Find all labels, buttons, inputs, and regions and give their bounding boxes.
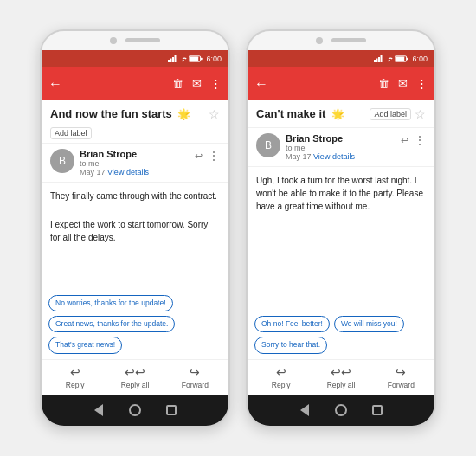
smart-reply-1-0[interactable]: No worries, thanks for the update! — [48, 295, 173, 311]
toolbar-1: ← 🗑 ✉ ⋮ — [42, 67, 228, 100]
phone-2: 6:00 ← 🗑 ✉ ⋮ Can't make it 🌟 — [246, 29, 436, 427]
nav-back-btn-2[interactable] — [299, 404, 311, 416]
mail-icon-1[interactable]: ✉ — [192, 77, 202, 90]
svg-rect-8 — [374, 60, 376, 62]
svg-rect-10 — [378, 57, 380, 62]
more-icon-2[interactable]: ⋮ — [416, 77, 428, 90]
smart-reply-2-2[interactable]: Sorry to hear that. — [254, 337, 327, 353]
sender-date-1: May 17 View details — [80, 168, 190, 177]
email-body-2: Ugh, I took a turn for the worst last ni… — [248, 167, 434, 311]
phone-1-top-bar — [42, 31, 228, 50]
add-label-btn-1[interactable]: Add label — [50, 127, 92, 139]
status-bar-1: 6:00 — [42, 50, 228, 67]
add-label-btn-2[interactable]: Add label — [370, 108, 411, 120]
svg-rect-3 — [175, 55, 177, 62]
sender-info-1: Brian Strope to me May 17 View details — [80, 149, 190, 177]
phone-2-top-bar — [248, 31, 434, 50]
body-text-2: Ugh, I took a turn for the worst last ni… — [256, 174, 426, 213]
forward-action-2[interactable]: ↪ Forward — [371, 365, 431, 389]
forward-icon-2: ↪ — [396, 365, 406, 379]
smart-reply-1-2[interactable]: That's great news! — [48, 337, 122, 353]
body-text-1b: I expect the work to start tomorrow. Sor… — [50, 218, 220, 244]
phone-1-speaker — [125, 38, 160, 42]
phone-2-screen: 6:00 ← 🗑 ✉ ⋮ Can't make it 🌟 — [248, 50, 434, 395]
smart-reply-2-1[interactable]: We will miss you! — [334, 316, 404, 332]
back-button-2[interactable]: ← — [254, 76, 268, 92]
status-bar-2: 6:00 — [248, 50, 434, 67]
email-actions-1: ↩ Reply ↩↩ Reply all ↪ Forward — [42, 359, 228, 395]
battery-icon-2 — [395, 55, 408, 62]
subject-emoji-1: 🌟 — [177, 108, 190, 120]
svg-rect-0 — [168, 60, 170, 62]
phone-2-bottom-bar — [248, 395, 434, 426]
trash-icon-1[interactable]: 🗑 — [172, 77, 183, 90]
reply-small-icon-1[interactable]: ↩ — [195, 151, 203, 162]
body-text-1a: They finally came through with the contr… — [50, 189, 220, 202]
trash-icon-2[interactable]: 🗑 — [378, 77, 389, 90]
reply-all-icon-2: ↩↩ — [331, 365, 351, 379]
email-subject-1: And now the fun starts 🌟 — [50, 107, 205, 122]
subject-emoji-2: 🌟 — [331, 108, 344, 120]
reply-icon-1: ↩ — [70, 365, 80, 379]
reply-all-icon-1: ↩↩ — [125, 365, 145, 379]
smart-reply-2-0[interactable]: Oh no! Feel better! — [254, 316, 330, 332]
wifi-icon-2 — [384, 55, 393, 62]
nav-home-btn-1[interactable] — [129, 404, 141, 416]
reply-all-label-2: Reply all — [327, 381, 356, 389]
wifi-icon-1 — [178, 55, 187, 62]
status-time-1: 6:00 — [206, 55, 222, 63]
view-details-link-2[interactable]: View details — [313, 152, 355, 161]
avatar-2: B — [256, 133, 280, 157]
reply-all-action-1[interactable]: ↩↩ Reply all — [105, 365, 164, 389]
battery-icon-1 — [189, 55, 203, 62]
sender-to-1: to me — [80, 159, 190, 168]
email-content-2: Can't make it 🌟 Add label ☆ B Brian Stro… — [248, 100, 434, 395]
email-header-2: Can't make it 🌟 Add label ☆ — [248, 100, 434, 129]
mail-icon-2[interactable]: ✉ — [398, 77, 408, 90]
reply-small-icon-2[interactable]: ↩ — [401, 135, 408, 146]
reply-label-2: Reply — [272, 381, 291, 389]
status-time-2: 6:00 — [412, 55, 428, 63]
svg-point-4 — [183, 60, 184, 61]
smart-reply-1-1[interactable]: Great news, thanks for the update. — [48, 316, 175, 332]
nav-home-btn-2[interactable] — [335, 404, 347, 416]
reply-all-action-2[interactable]: ↩↩ Reply all — [311, 365, 370, 389]
status-icons-1 — [168, 55, 203, 62]
reply-action-1[interactable]: ↩ Reply — [45, 365, 105, 389]
toolbar-icons-1: 🗑 ✉ ⋮ — [172, 77, 222, 90]
svg-rect-15 — [396, 56, 404, 61]
svg-rect-14 — [407, 57, 408, 59]
sender-actions-2: ↩ ⋮ — [401, 133, 426, 147]
reply-action-2[interactable]: ↩ Reply — [251, 365, 311, 389]
nav-square-btn-2[interactable] — [371, 404, 383, 416]
more-icon-1[interactable]: ⋮ — [210, 77, 222, 90]
svg-point-12 — [389, 60, 390, 61]
smart-replies-1: No worries, thanks for the update! Great… — [42, 290, 228, 358]
toolbar-2: ← 🗑 ✉ ⋮ — [248, 67, 434, 100]
reply-label-1: Reply — [66, 381, 85, 389]
forward-icon-1: ↪ — [190, 365, 200, 379]
smart-replies-2: Oh no! Feel better! We will miss you! So… — [248, 311, 434, 358]
phones-container: 6:00 ← 🗑 ✉ ⋮ And now the fun starts — [23, 12, 453, 445]
nav-square-btn-1[interactable] — [165, 404, 177, 416]
forward-label-2: Forward — [388, 381, 415, 389]
phone-1-camera — [110, 37, 117, 44]
forward-action-1[interactable]: ↪ Forward — [165, 365, 225, 389]
email-actions-2: ↩ Reply ↩↩ Reply all ↪ Forward — [248, 359, 434, 395]
forward-label-1: Forward — [182, 381, 209, 389]
avatar-1: B — [50, 149, 74, 173]
star-icon-1[interactable]: ☆ — [209, 107, 220, 121]
email-subject-2: Can't make it 🌟 — [256, 107, 366, 122]
phone-2-camera — [316, 37, 323, 44]
sender-name-2: Brian Strope — [286, 133, 396, 144]
more-sender-icon-1[interactable]: ⋮ — [208, 149, 220, 163]
nav-back-btn-1[interactable] — [93, 404, 105, 416]
subject-row-1: And now the fun starts 🌟 ☆ — [50, 107, 220, 122]
back-button-1[interactable]: ← — [48, 76, 62, 92]
view-details-link-1[interactable]: View details — [107, 168, 149, 177]
more-sender-icon-2[interactable]: ⋮ — [414, 133, 426, 147]
phone-1-screen: 6:00 ← 🗑 ✉ ⋮ And now the fun starts — [42, 50, 228, 395]
email-content-1: And now the fun starts 🌟 ☆ Add label B B… — [42, 100, 228, 395]
star-icon-2[interactable]: ☆ — [415, 107, 426, 121]
sender-row-2: B Brian Strope to me May 17 View details… — [248, 128, 434, 167]
